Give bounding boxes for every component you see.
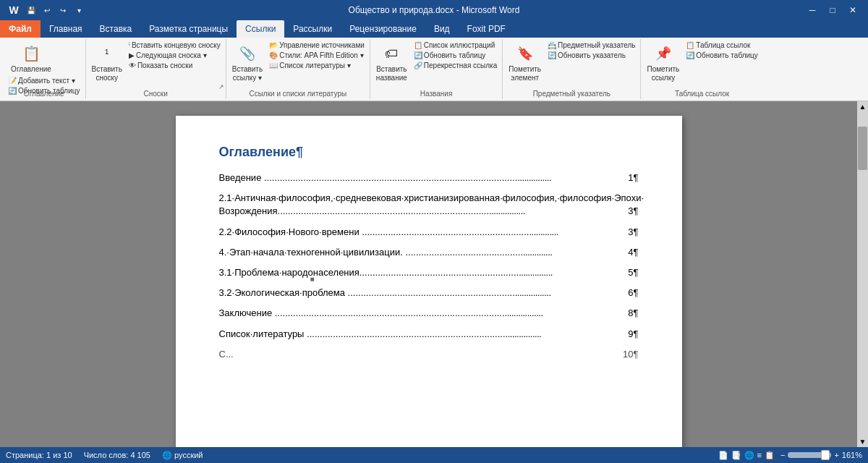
lang-label[interactable]: русский bbox=[174, 451, 203, 459]
cross-ref-button[interactable]: 🔗 Перекрестная ссылка bbox=[412, 61, 499, 70]
index-button[interactable]: 📇 Предметный указатель bbox=[545, 41, 637, 50]
show-notes-icon: 👁 bbox=[129, 61, 136, 69]
view-buttons: 📄 📑 🌐 ≡ 📋 bbox=[718, 451, 775, 460]
toc-heading: Оглавление¶ bbox=[219, 145, 639, 160]
endnote-label: Вставить концевую сноску bbox=[132, 41, 221, 49]
update-index-button[interactable]: 🔄 Обновить указатель bbox=[545, 51, 637, 60]
endnote-icon: ⁱ bbox=[129, 41, 130, 49]
view-print-button[interactable]: 📄 bbox=[718, 451, 728, 460]
footnote-icon: ¹ bbox=[95, 42, 119, 65]
tab-mailings[interactable]: Рассылки bbox=[284, 20, 341, 38]
ribbon-group-index: 🔖 Пометитьэлемент 📇 Предметный указатель… bbox=[503, 39, 641, 99]
zoom-level[interactable]: 161% bbox=[842, 451, 862, 459]
toc-page-7: 9¶ bbox=[628, 328, 638, 341]
scrollbar[interactable]: ▲ ▼ bbox=[857, 101, 868, 447]
toc-button[interactable]: 📋 Оглавление bbox=[6, 41, 56, 75]
list-fig-icon: 📋 bbox=[414, 41, 422, 49]
zoom-in-button[interactable]: + bbox=[834, 451, 838, 459]
update-cap-label: Обновить таблицу bbox=[424, 51, 486, 59]
toc-text-1b: Возрождения.............................… bbox=[219, 205, 525, 218]
footnotes-launcher[interactable]: ↗ bbox=[218, 83, 224, 90]
toc-entry-8: С... 10¶ bbox=[219, 348, 639, 361]
citations-group-label: Ссылки и списки литературы bbox=[249, 90, 346, 98]
toa-icon: 📋 bbox=[686, 41, 694, 49]
minimize-button[interactable]: ─ bbox=[803, 3, 822, 17]
insert-footnote-button[interactable]: ¹ Вставитьсноску bbox=[89, 41, 125, 84]
document-scroll[interactable]: ■ Оглавление¶ Введение .................… bbox=[0, 101, 857, 447]
captions-sub: 📋 Список иллюстраций 🔄 Обновить таблицу … bbox=[412, 41, 499, 80]
list-figures-button[interactable]: 📋 Список иллюстраций bbox=[412, 41, 499, 50]
update-toa-icon: 🔄 bbox=[686, 51, 694, 59]
tab-references[interactable]: Ссылки bbox=[237, 20, 284, 38]
word-count: Число слов: 4 105 bbox=[84, 451, 150, 460]
toc-label: Оглавление bbox=[11, 65, 51, 74]
undo-icon[interactable]: ↩ bbox=[41, 4, 54, 17]
bib-icon: 📖 bbox=[269, 61, 278, 69]
toc-text-4: 3.1·Проблема·народонаселения............… bbox=[219, 266, 553, 279]
mark-entry-button[interactable]: 🔖 Пометитьэлемент bbox=[506, 41, 544, 84]
toc-page-4: 5¶ bbox=[628, 266, 638, 279]
style-dropdown[interactable]: 🎨 Стили: APA Fifth Edition ▾ bbox=[267, 51, 367, 60]
insert-citation-button[interactable]: 📎 Вставитьссылку ▾ bbox=[229, 41, 265, 84]
toc-page-6: 8¶ bbox=[628, 307, 638, 320]
manage-src-icon: 📂 bbox=[269, 41, 278, 49]
toc-page-8: 10¶ bbox=[623, 348, 638, 361]
toc-page-5: 6¶ bbox=[628, 286, 638, 300]
insert-caption-button[interactable]: 🏷 Вставитьназвание bbox=[373, 41, 410, 84]
tab-foxit[interactable]: Foxit PDF bbox=[459, 20, 514, 38]
mark-citation-button[interactable]: 📌 Пометитьссылку bbox=[644, 41, 682, 84]
close-button[interactable]: ✕ bbox=[843, 3, 862, 17]
tab-view[interactable]: Вид bbox=[425, 20, 459, 38]
footnotes-group-label: Сноски bbox=[144, 90, 168, 98]
document-page[interactable]: ■ Оглавление¶ Введение .................… bbox=[176, 116, 682, 447]
maximize-button[interactable]: □ bbox=[823, 3, 842, 17]
caption-icon: 🏷 bbox=[380, 42, 403, 65]
index-label: Предметный указатель bbox=[558, 41, 635, 49]
title-bar: W 💾 ↩ ↪ ▾ Общество и природа.docx - Micr… bbox=[0, 0, 868, 20]
manage-src-label: Управление источниками bbox=[279, 41, 365, 49]
mark-cite-icon: 📌 bbox=[652, 42, 675, 65]
view-web-button[interactable]: 🌐 bbox=[744, 451, 754, 460]
scroll-thumb[interactable] bbox=[858, 127, 867, 170]
zoom-slider[interactable] bbox=[788, 452, 831, 458]
view-outline-button[interactable]: ≡ bbox=[757, 451, 762, 460]
ribbon-group-citations: 📎 Вставитьссылку ▾ 📂 Управление источник… bbox=[226, 39, 370, 99]
view-fullscreen-button[interactable]: 📑 bbox=[731, 451, 741, 460]
redo-icon[interactable]: ↪ bbox=[56, 4, 69, 17]
document-area: ■ Оглавление¶ Введение .................… bbox=[0, 101, 868, 447]
show-notes-button[interactable]: 👁 Показать сноски bbox=[127, 61, 223, 70]
next-fn-icon: ▶ bbox=[129, 51, 135, 59]
toc-page-3: 4¶ bbox=[628, 246, 638, 259]
toc-entry-7: Список·литературы ......................… bbox=[219, 328, 639, 341]
view-draft-button[interactable]: 📋 bbox=[765, 451, 775, 460]
bibliography-button[interactable]: 📖 Список литературы ▾ bbox=[267, 61, 367, 70]
tab-insert[interactable]: Вставка bbox=[91, 20, 141, 38]
window-title: Общество и природа.docx - Microsoft Word bbox=[349, 5, 520, 15]
manage-sources-button[interactable]: 📂 Управление источниками bbox=[267, 41, 367, 50]
toa-button[interactable]: 📋 Таблица ссылок bbox=[684, 41, 760, 50]
next-footnote-button[interactable]: ▶ Следующая сноска ▾ bbox=[127, 51, 223, 60]
zoom-thumb[interactable] bbox=[821, 450, 830, 460]
bib-label: Список литературы ▾ bbox=[279, 61, 351, 69]
zoom-out-button[interactable]: − bbox=[780, 451, 785, 459]
show-notes-label: Показать сноски bbox=[137, 61, 192, 69]
scroll-up-button[interactable]: ▲ bbox=[857, 101, 868, 112]
save-icon[interactable]: 💾 bbox=[25, 4, 38, 17]
tab-layout[interactable]: Разметка страницы bbox=[140, 20, 237, 38]
tab-review[interactable]: Рецензирование bbox=[341, 20, 425, 38]
status-left: Страница: 1 из 10 Число слов: 4 105 🌐 ру… bbox=[6, 451, 203, 460]
tab-file[interactable]: Файл bbox=[0, 20, 41, 38]
toc-text-6: Заключение .............................… bbox=[219, 307, 543, 320]
scroll-down-button[interactable]: ▼ bbox=[857, 436, 868, 447]
insert-endnote-button[interactable]: ⁱ Вставить концевую сноску bbox=[127, 41, 223, 50]
toc-text-3: 4.·Этап·начала·техногенной·цивилизации. … bbox=[219, 246, 553, 259]
toc-text-0: Введение ...............................… bbox=[219, 171, 552, 184]
add-text-button[interactable]: 📝 Добавить текст ▾ bbox=[6, 76, 77, 85]
update-toa-button[interactable]: 🔄 Обновить таблицу bbox=[684, 51, 760, 60]
customize-qat-icon[interactable]: ▾ bbox=[72, 4, 85, 17]
toc-entry-1: 2.1·Античная·философия,·средневековая·хр… bbox=[219, 192, 639, 218]
update-table-cap-button[interactable]: 🔄 Обновить таблицу bbox=[412, 51, 499, 60]
index-group-label: Предметный указатель bbox=[533, 90, 610, 98]
tab-home[interactable]: Главная bbox=[41, 20, 91, 38]
page-info: Страница: 1 из 10 bbox=[6, 451, 72, 460]
